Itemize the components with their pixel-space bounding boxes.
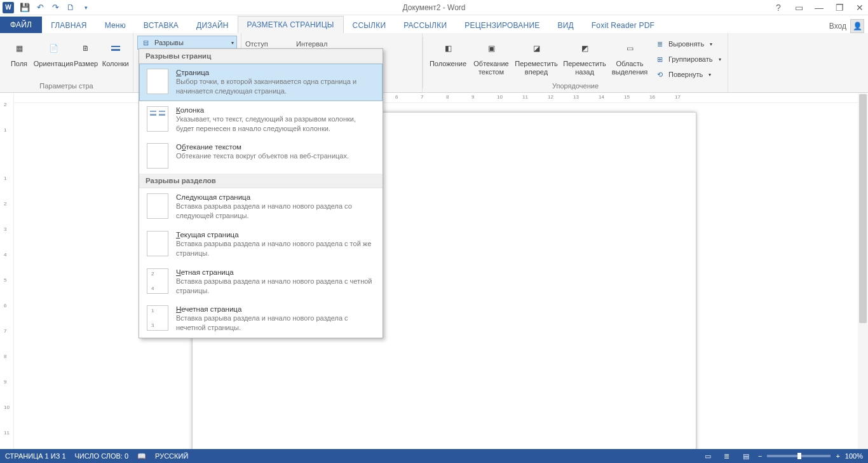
word-icon: W (3, 2, 14, 13)
breaks-gallery: Разрывы страниц ССтраницатраницаВыбор то… (139, 48, 383, 338)
tab-design[interactable]: ДИЗАЙН (187, 17, 238, 33)
page-indicator[interactable]: СТРАНИЦА 1 ИЗ 1 (5, 452, 66, 460)
breaks-icon: ⊟ (140, 38, 151, 48)
print-layout-icon[interactable]: ≣ (720, 450, 734, 462)
zoom-out-button[interactable]: − (758, 452, 762, 460)
gallery-item-next-page[interactable]: Следующая страницаВставка разрыва раздел… (139, 188, 383, 226)
ribbon-tabs: ФАЙЛ ГЛАВНАЯ Меню ВСТАВКА ДИЗАЙН РАЗМЕТК… (0, 15, 868, 33)
breaks-dropdown[interactable]: ⊟Разрывы▾ (137, 36, 237, 50)
size-icon: 🗎 (76, 38, 96, 59)
position-button[interactable]: ◧Положение (427, 36, 469, 68)
page-break-icon (147, 69, 168, 94)
tab-home[interactable]: ГЛАВНАЯ (42, 17, 95, 33)
spacing-label: Интервал (296, 40, 334, 48)
tab-insert[interactable]: ВСТАВКА (135, 17, 187, 33)
align-button[interactable]: ≣Выровнять▾ (654, 37, 721, 51)
orientation-icon: 📄 (43, 38, 64, 59)
help-icon[interactable]: ? (773, 3, 784, 13)
group-label-arrange: Упорядочение (427, 82, 724, 91)
forward-icon: ◪ (526, 38, 546, 59)
item-title: Следующая страница (176, 193, 375, 201)
tab-file[interactable]: ФАЙЛ (0, 17, 42, 33)
ribbon: ▦Поля 📄Ориентация 🗎Размер Колонки Параме… (0, 33, 868, 93)
tab-review[interactable]: РЕЦЕНЗИРОВАНИЕ (456, 17, 548, 33)
gallery-item-page[interactable]: ССтраницатраницаВыбор точки, в которой з… (139, 64, 383, 101)
gallery-item-column[interactable]: КолонкаУказывает, что текст, следующий з… (139, 101, 383, 139)
gallery-item-continuous[interactable]: Текущая страницаВставка разрыва раздела … (139, 226, 383, 263)
wrap-text-button[interactable]: ▣Обтекание текстом (471, 36, 511, 76)
maximize-icon[interactable]: ❐ (834, 3, 845, 13)
wrap-break-icon (147, 143, 168, 169)
margins-button[interactable]: ▦Поля (4, 36, 34, 68)
tab-view[interactable]: ВИД (548, 17, 582, 33)
read-mode-icon[interactable]: ▭ (701, 450, 715, 462)
tab-references[interactable]: ССЫЛКИ (344, 17, 395, 33)
rotate-button[interactable]: ⟲Повернуть▾ (654, 67, 721, 81)
item-title: Обтекание текстом (176, 143, 375, 151)
tab-menu[interactable]: Меню (96, 17, 135, 33)
login-link[interactable]: Вход (829, 22, 846, 31)
selection-icon: ▭ (620, 38, 640, 59)
vertical-ruler[interactable]: 21 12 34 56 78 910 11 (0, 93, 14, 449)
zoom-level[interactable]: 100% (845, 452, 863, 460)
proofing-icon[interactable]: 📖 (137, 452, 146, 460)
odd-page-icon: 13 (147, 305, 168, 331)
zoom-knob[interactable] (797, 453, 801, 459)
group-page-setup: ▦Поля 📄Ориентация 🗎Размер Колонки Параме… (0, 33, 133, 92)
account-area[interactable]: Вход 👤 (829, 19, 864, 33)
gallery-header-page-breaks: Разрывы страниц (139, 49, 383, 64)
size-button[interactable]: 🗎Размер (72, 36, 99, 68)
zoom-slider[interactable] (767, 455, 831, 457)
group-label-page-setup: Параметры стра (4, 82, 129, 91)
position-icon: ◧ (438, 38, 458, 59)
avatar-icon: 👤 (850, 19, 864, 33)
scrollbar-thumb[interactable] (859, 94, 867, 323)
backward-icon: ◩ (574, 38, 595, 59)
columns-icon (105, 38, 126, 59)
continuous-icon (147, 231, 168, 256)
item-title: Текущая страница (176, 231, 375, 238)
rotate-icon: ⟲ (654, 69, 665, 79)
column-break-icon (147, 106, 168, 132)
item-title: Четная страница (176, 268, 375, 276)
new-doc-icon[interactable]: 🗋 (64, 1, 78, 15)
bring-forward-button[interactable]: ◪Переместить вперед (513, 36, 559, 76)
qa-customize-icon[interactable]: ▾ (79, 1, 93, 15)
word-count[interactable]: ЧИСЛО СЛОВ: 0 (75, 452, 129, 460)
item-title: Нечетная страница (176, 305, 375, 313)
wrap-icon: ▣ (481, 38, 501, 59)
tab-mailings[interactable]: РАССЫЛКИ (395, 17, 456, 33)
window-controls: ? ▭ ― ❐ ✕ (773, 3, 865, 13)
item-title: ССтраницатраница (176, 69, 375, 76)
group-icon: ⊞ (654, 54, 665, 64)
window-title: Документ2 - Word (402, 3, 465, 12)
even-page-icon: 24 (147, 268, 168, 294)
tab-foxit[interactable]: Foxit Reader PDF (583, 17, 663, 33)
title-bar: W 💾 ↶ ↷ 🗋 ▾ Документ2 - Word ? ▭ ― ❐ ✕ (0, 0, 868, 15)
margins-icon: ▦ (9, 38, 29, 59)
save-icon[interactable]: 💾 (18, 1, 32, 15)
group-arrange: ◧Положение ▣Обтекание текстом ◪Перемести… (423, 33, 728, 92)
align-icon: ≣ (654, 39, 665, 49)
selection-pane-button[interactable]: ▭Область выделения (610, 36, 649, 76)
item-title: Колонка (176, 106, 375, 114)
tab-page-layout[interactable]: РАЗМЕТКА СТРАНИЦЫ (238, 16, 344, 33)
gallery-header-section-breaks: Разрывы разделов (139, 174, 383, 188)
orientation-button[interactable]: 📄Ориентация (37, 36, 70, 68)
send-backward-button[interactable]: ◩Переместить назад (562, 36, 607, 76)
group-button[interactable]: ⊞Группировать▾ (654, 52, 721, 66)
redo-icon[interactable]: ↷ (48, 1, 62, 15)
web-layout-icon[interactable]: ▤ (739, 450, 753, 462)
gallery-item-even-page[interactable]: 24 Четная страницаВставка разрыва раздел… (139, 263, 383, 301)
gallery-item-odd-page[interactable]: 13 Нечетная страницаВставка разрыва разд… (139, 300, 383, 338)
close-icon[interactable]: ✕ (854, 3, 865, 13)
columns-button[interactable]: Колонки (102, 36, 129, 68)
ribbon-toggle-icon[interactable]: ▭ (793, 3, 804, 13)
language-indicator[interactable]: РУССКИЙ (155, 452, 188, 460)
minimize-icon[interactable]: ― (813, 3, 825, 13)
undo-icon[interactable]: ↶ (33, 1, 47, 15)
zoom-in-button[interactable]: + (836, 452, 839, 460)
document-area: 21 12 34 56 78 910 11 6 7 8 9 10 11 12 1… (0, 93, 868, 449)
vertical-scrollbar[interactable] (858, 93, 868, 449)
gallery-item-text-wrap[interactable]: Обтекание текстомОбтекание текста вокруг… (139, 138, 383, 174)
